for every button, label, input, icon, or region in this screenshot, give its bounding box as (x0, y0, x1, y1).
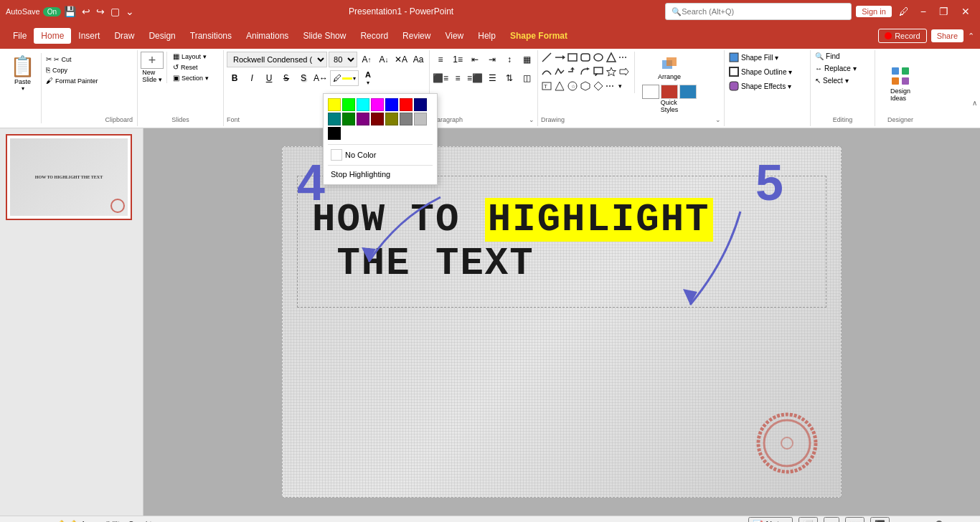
color-green[interactable] (342, 98, 355, 111)
color-red[interactable] (400, 98, 413, 111)
close-button[interactable]: ✕ (957, 4, 974, 19)
hexagon-icon[interactable] (580, 80, 591, 92)
paste-dropdown-icon[interactable]: ▾ (22, 85, 24, 92)
text-color-dropdown[interactable]: ▾ (367, 80, 369, 86)
increase-indent-button[interactable]: ⇥ (484, 52, 500, 67)
redo-button[interactable]: ↪ (93, 4, 108, 19)
search-input[interactable] (682, 7, 845, 16)
color-yellow[interactable] (328, 98, 341, 111)
slide-sorter-button[interactable]: ⊞ (824, 517, 839, 523)
save-button[interactable]: 💾 (61, 4, 79, 19)
quick-styles-button[interactable]: QuickStyles (639, 83, 699, 115)
shape-effects-button[interactable]: Shape Effects ▾ (727, 80, 793, 92)
custom-shape-1-icon[interactable] (554, 80, 565, 92)
text-color-button[interactable]: A ▾ (360, 70, 376, 86)
select-button[interactable]: ↖ Select ▾ (814, 76, 850, 85)
bent-arrow-icon[interactable] (580, 66, 591, 77)
menu-view[interactable]: View (438, 28, 471, 44)
color-dark-green[interactable] (342, 113, 355, 125)
color-cyan[interactable] (357, 98, 369, 111)
minimize-button[interactable]: − (916, 4, 930, 19)
reset-button[interactable]: ↺ Reset (171, 62, 210, 72)
change-case-button[interactable]: Aa (410, 52, 426, 67)
freeform-shape-icon[interactable] (554, 66, 565, 77)
smart-art-button[interactable]: ◫ (519, 70, 534, 86)
paste-button[interactable]: 📋 Paste ▾ (4, 53, 42, 123)
char-spacing-button[interactable]: A↔ (313, 70, 329, 86)
shapes-dropdown-button[interactable]: ▾ (618, 82, 622, 90)
line-shape-icon[interactable] (541, 52, 552, 63)
color-maroon[interactable] (371, 113, 384, 125)
align-center-button[interactable]: ≡ (450, 70, 466, 86)
columns-button[interactable]: ▦ (519, 52, 534, 67)
align-left-button[interactable]: ⬛≡ (433, 70, 448, 86)
cut-button[interactable]: ✂ ✂ Cut (44, 54, 100, 64)
block-arrow-icon[interactable] (618, 66, 630, 77)
section-button[interactable]: ▣ Section ▾ (171, 73, 210, 82)
find-button[interactable]: 🔍 Find (814, 52, 841, 61)
highlight-dropdown-arrow[interactable]: ▾ (353, 75, 356, 82)
color-navy[interactable] (414, 98, 427, 111)
layout-button[interactable]: ▦ Layout ▾ (171, 52, 210, 61)
shadow-button[interactable]: S (296, 70, 311, 86)
new-slide-button[interactable]: + NewSlide ▾ (141, 52, 167, 83)
menu-draw[interactable]: Draw (107, 28, 141, 44)
slide-canvas[interactable]: 4 5 HOW TO HIGHLIGHT THE TEXT (282, 146, 842, 498)
signin-button[interactable]: Sign in (856, 6, 892, 17)
color-blue[interactable] (385, 98, 398, 111)
underline-button[interactable]: U (261, 70, 277, 86)
ribbon-collapse-button[interactable]: ∧ (969, 98, 980, 108)
arrow-shape-icon[interactable] (554, 52, 565, 63)
numbering-button[interactable]: 1≡ (450, 52, 466, 67)
more-shapes-icon[interactable]: ⋯ (618, 52, 630, 63)
menu-record[interactable]: Record (353, 28, 395, 44)
slide-show-button[interactable]: ⬛ (870, 517, 890, 523)
callout-icon[interactable] (593, 66, 604, 77)
strikethrough-button[interactable]: S̶ (278, 70, 294, 86)
stop-highlighting-button[interactable]: Stop Highlighting (328, 169, 433, 180)
oval-shape-icon[interactable] (593, 52, 604, 63)
star-shape-icon[interactable] (606, 66, 617, 77)
menu-help[interactable]: Help (471, 28, 503, 44)
justify-button[interactable]: ☰ (484, 70, 500, 86)
feedback-button[interactable]: 🖊 (896, 4, 912, 19)
customize-qat-button[interactable]: ⌄ (123, 4, 137, 19)
share-button[interactable]: Share (931, 29, 963, 42)
more-shapes-2-icon[interactable]: ⋯ (606, 80, 617, 92)
autosave-toggle[interactable]: On (43, 7, 61, 16)
reading-view-button[interactable]: 📖 (845, 517, 864, 523)
font-size-select[interactable]: 80 (329, 52, 357, 67)
font-name-select[interactable]: Rockwell Condensed (He... (227, 52, 327, 67)
rounded-rect-shape-icon[interactable] (580, 52, 591, 63)
menu-insert[interactable]: Insert (71, 28, 107, 44)
notes-button[interactable]: 📝 Notes (748, 517, 793, 523)
paragraph-expand-icon[interactable]: ⌄ (529, 116, 534, 123)
text-box-icon[interactable]: T (541, 80, 552, 92)
bullets-button[interactable]: ≡ (433, 52, 448, 67)
search-bar[interactable]: 🔍 (665, 3, 852, 20)
color-gray[interactable] (400, 113, 413, 125)
bold-button[interactable]: B (227, 70, 242, 86)
elbow-arrow-icon[interactable] (567, 66, 578, 77)
custom-shape-2-icon[interactable]: ☆ (567, 80, 578, 92)
menu-home[interactable]: Home (34, 28, 71, 44)
normal-view-button[interactable]: ⬜ (798, 517, 818, 523)
shape-outline-button[interactable]: Shape Outline ▾ (727, 66, 793, 77)
restore-button[interactable]: ❐ (935, 4, 953, 19)
menu-animations[interactable]: Animations (239, 28, 296, 44)
replace-button[interactable]: ↔ Replace ▾ (814, 64, 857, 73)
design-ideas-button[interactable]: DesignIdeas (886, 63, 915, 103)
triangle-shape-icon[interactable] (606, 52, 617, 63)
arrange-button[interactable]: Arrange (639, 52, 699, 82)
menu-slideshow[interactable]: Slide Show (296, 28, 353, 44)
clear-formatting-button[interactable]: ✕A (393, 52, 409, 67)
menu-file[interactable]: File (6, 28, 34, 44)
highlight-button[interactable]: 🖊 ▾ (330, 70, 359, 86)
curve-shape-icon[interactable] (541, 66, 552, 77)
color-silver[interactable] (414, 113, 427, 125)
decrease-font-button[interactable]: A↓ (376, 52, 392, 67)
format-painter-button[interactable]: 🖌 Format Painter (44, 76, 100, 85)
text-direction-button[interactable]: ⇅ (501, 70, 517, 86)
color-olive[interactable] (385, 113, 398, 125)
decrease-indent-button[interactable]: ⇤ (467, 52, 483, 67)
